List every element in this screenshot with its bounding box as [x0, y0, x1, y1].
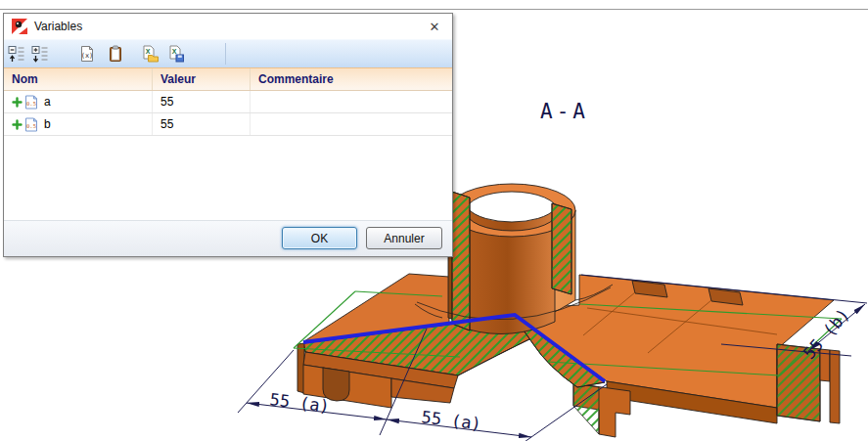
add-plus-icon: [12, 119, 23, 130]
variable-value[interactable]: 55: [153, 91, 251, 112]
collapse-all-icon[interactable]: [6, 43, 27, 65]
cut-face-cylinder-wall-left[interactable]: [452, 192, 470, 331]
variable-value[interactable]: 55: [153, 113, 251, 135]
variable-name[interactable]: a: [44, 95, 51, 109]
table-row[interactable]: 0.5 a 55: [4, 91, 452, 113]
ok-button[interactable]: OK: [282, 227, 357, 249]
cad-workspace: 55 (a) 55 (a) 55 (b) A-A Variables ✕: [0, 0, 868, 441]
column-header-nom: Nom: [4, 68, 153, 90]
app-logo-icon: [12, 19, 27, 34]
svg-text:X: X: [146, 48, 151, 55]
column-header-valeur: Valeur: [153, 68, 251, 90]
slotted-tab-center[interactable]: [573, 383, 630, 437]
close-icon[interactable]: ✕: [421, 16, 448, 37]
table-empty-area: [4, 136, 452, 220]
clipboard-icon[interactable]: [105, 43, 126, 65]
svg-text:0.5: 0.5: [26, 101, 36, 107]
dialog-title: Variables: [34, 20, 82, 33]
dialog-titlebar[interactable]: Variables ✕: [4, 14, 452, 39]
number-parameter-icon: 0.5: [24, 117, 38, 132]
variable-name[interactable]: b: [44, 117, 51, 131]
column-header-commentaire: Commentaire: [251, 68, 452, 90]
cut-face-cylinder-wall-right[interactable]: [552, 203, 571, 294]
table-header-row: Nom Valeur Commentaire: [4, 67, 452, 91]
table-row[interactable]: 0.5 b 55: [4, 113, 452, 136]
svg-text:0.5: 0.5: [26, 123, 36, 129]
dialog-footer: OK Annuler: [4, 220, 452, 256]
number-parameter-icon: 0.5: [24, 95, 38, 110]
formula-document-icon[interactable]: (x): [76, 43, 98, 65]
variables-dialog: Variables ✕: [3, 13, 453, 257]
section-view-label: A-A: [540, 100, 589, 123]
variable-comment[interactable]: [251, 113, 452, 135]
toolbar-separator: [225, 43, 226, 65]
add-plus-icon: [12, 97, 23, 108]
cancel-button[interactable]: Annuler: [366, 227, 442, 249]
dialog-toolbar: (x) X X: [4, 39, 452, 67]
dimension-text-a2[interactable]: 55 (a): [421, 407, 482, 433]
variable-comment[interactable]: [251, 91, 452, 112]
excel-export-icon[interactable]: X: [165, 43, 187, 65]
svg-text:X: X: [172, 48, 177, 55]
svg-text:(x): (x): [81, 52, 94, 60]
excel-import-icon[interactable]: X: [139, 43, 160, 65]
expand-all-icon[interactable]: [29, 43, 51, 65]
